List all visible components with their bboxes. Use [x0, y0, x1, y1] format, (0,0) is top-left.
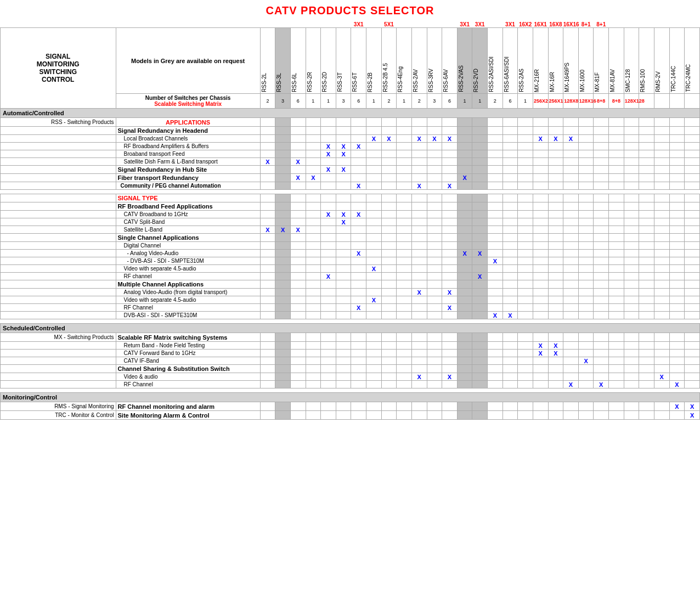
data-cell-trc144c — [669, 250, 685, 257]
data-cell-rss2d: X — [321, 166, 336, 174]
side-label-cell — [1, 202, 116, 211]
rms-cell-mx81f — [594, 402, 609, 411]
mx-cell-rss6av — [442, 333, 458, 342]
trc-cell-rss3l — [275, 411, 291, 420]
data-cell-smc128 — [624, 373, 639, 381]
data-cell-rss4eng — [397, 373, 412, 381]
data-cell-rss2d — [321, 296, 336, 304]
data-cell-rss2l — [260, 280, 275, 289]
col-header-row: SIGNALMONITORINGSWITCHINGCONTROL Models … — [1, 28, 700, 94]
data-cell-rss2av — [411, 257, 427, 265]
data-cell-rss2d — [321, 342, 336, 350]
data-cell-rss3l — [275, 250, 291, 257]
top-label-col-19: 16X8 — [548, 21, 563, 28]
data-cell-rms100 — [639, 304, 654, 312]
mx-cell-rss2as — [518, 333, 533, 342]
data-cell-rss2b45 — [381, 143, 397, 150]
col-header-rss2b: RSS-2B — [366, 28, 382, 94]
data-cell-rss2vas — [457, 350, 472, 357]
data-cell-rss2r — [306, 257, 321, 265]
data-cell-rss2asiSdi — [488, 304, 503, 312]
data-cell-rss2d — [321, 289, 336, 296]
data-cell-mx216r — [533, 265, 548, 273]
trc-cell-rss2b — [366, 411, 382, 420]
data-cell-rss3t — [336, 127, 351, 135]
data-cell-rss6t — [351, 257, 366, 265]
data-cell-rss6l — [290, 289, 306, 296]
data-cell-mx1600 — [578, 158, 594, 166]
data-cell-rss2as — [518, 226, 533, 234]
data-cell-mx16r — [548, 194, 563, 202]
data-cell-rss2asiSdi — [488, 350, 503, 357]
rms-cell-mx216r — [533, 402, 548, 411]
rms-cell-rss6t — [351, 402, 366, 411]
data-cell-rss3t — [336, 202, 351, 211]
data-cell-trc144c — [669, 194, 685, 202]
data-cell-rss3rv — [427, 143, 442, 150]
apps-cell-rss6l — [290, 118, 306, 127]
data-cell-smc128 — [624, 365, 639, 373]
data-cell-rss2vas — [457, 150, 472, 158]
data-cell-rss6l — [290, 257, 306, 265]
data-cell-rss6l — [290, 150, 306, 158]
data-cell-rms2v — [654, 158, 669, 166]
data-cell-rms2v — [654, 226, 669, 234]
data-cell-rss2r — [306, 218, 321, 226]
data-cell-rms100 — [639, 350, 654, 357]
data-cell-rss6t — [351, 194, 366, 202]
data-cell-rss3l — [275, 242, 291, 250]
data-cell-rms2v — [654, 257, 669, 265]
trc-header-row: TRC - Monitor & ControlSite Monitoring A… — [1, 411, 700, 420]
data-cell-rss3rv — [427, 342, 442, 350]
data-cell-rss6t — [351, 226, 366, 234]
rms-cell-mx16r — [548, 402, 563, 411]
data-cell-rss2d — [321, 135, 336, 143]
data-cell-mx1649ps — [563, 143, 579, 150]
data-cell-mx1600 — [578, 304, 594, 312]
data-cell-rss6av — [442, 234, 458, 242]
data-cell-rss6t — [351, 280, 366, 289]
data-cell-rss2r — [306, 250, 321, 257]
data-cell-rss2d — [321, 357, 336, 365]
data-cell-rms2v — [654, 289, 669, 296]
data-cell-mx16r: X — [548, 350, 563, 357]
data-cell-smc128 — [624, 158, 639, 166]
data-cell-mx16r — [548, 143, 563, 150]
data-cell-rss2asiSdi: X — [488, 312, 503, 319]
col-header-rss6av: RSS-6AV — [442, 28, 458, 94]
data-cell-rms100 — [639, 182, 654, 190]
data-cell-rss2r — [306, 381, 321, 388]
row-label-cell: Satellite L-Band — [116, 226, 260, 234]
data-cell-rms2v — [654, 312, 669, 319]
trc-cell-smc128 — [624, 411, 639, 420]
data-cell-mx81av — [609, 143, 624, 150]
data-cell-rss2l — [260, 296, 275, 304]
data-cell-rss2as — [518, 257, 533, 265]
data-cell-mx216r — [533, 158, 548, 166]
data-cell-trc144c — [669, 365, 685, 373]
data-cell-rss6t — [351, 234, 366, 242]
data-cell-rss3l — [275, 342, 291, 350]
data-cell-rss2b — [366, 242, 382, 250]
data-cell-rss6t — [351, 342, 366, 350]
data-cell-rss2b — [366, 365, 382, 373]
section-header-scheduled: Scheduled/Controlled — [1, 324, 700, 333]
data-cell-rss2as — [518, 143, 533, 150]
data-cell-mx81av — [609, 342, 624, 350]
data-cell-trc24mc — [685, 234, 700, 242]
data-cell-mx16r — [548, 226, 563, 234]
mx-cell-rss2vd — [472, 333, 488, 342]
data-cell-rms2v — [654, 381, 669, 388]
data-cell-rss2av — [411, 202, 427, 211]
data-cell-rss3rv — [427, 158, 442, 166]
data-cell-trc144c — [669, 166, 685, 174]
data-cell-rss2r — [306, 350, 321, 357]
mx-cell-mx1600 — [578, 333, 594, 342]
data-cell-rss4eng — [397, 166, 412, 174]
rms-cell-trc144c: X — [669, 402, 685, 411]
data-cell-rss6av — [442, 242, 458, 250]
data-cell-mx81av — [609, 211, 624, 218]
data-cell-rss2b: X — [366, 265, 382, 273]
apps-cell-mx81av — [609, 118, 624, 127]
data-cell-rss2b45: X — [381, 135, 397, 143]
